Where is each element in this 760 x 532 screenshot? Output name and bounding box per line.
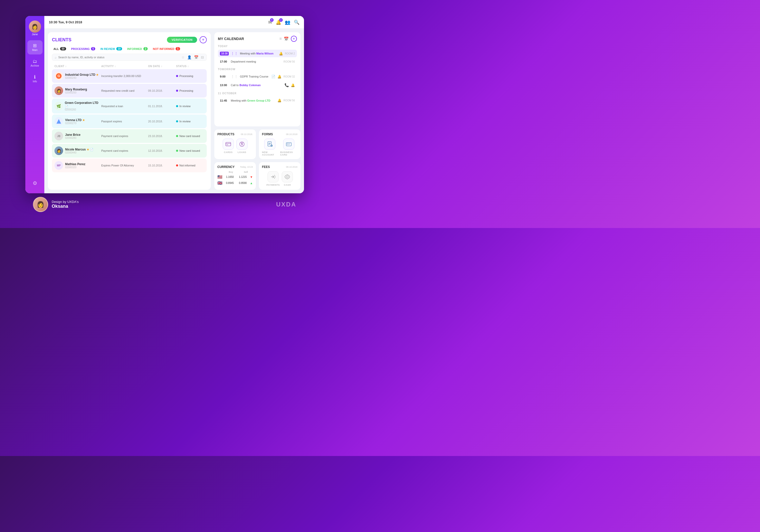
activity-text: Incoming transfer 2,000.00 USD bbox=[101, 74, 148, 77]
col-sell: Sell bbox=[239, 171, 253, 173]
avatar bbox=[55, 117, 63, 126]
client-info: MP Mathias Perez 02000320 bbox=[55, 161, 101, 170]
sidebar-nav: ⊞ Main 🗂 Archive ℹ Info bbox=[27, 40, 43, 180]
cards-icon-wrap bbox=[223, 139, 234, 150]
cal-room: ROOM 56 bbox=[283, 99, 295, 102]
form-business-card[interactable]: BUSINESS CARD bbox=[280, 139, 298, 156]
table-row[interactable]: 👩 Mary Roseberg 02000250 Requested new c… bbox=[52, 84, 207, 98]
search-button[interactable]: 🔍 bbox=[294, 20, 300, 25]
filter-all[interactable]: ALL 50 bbox=[52, 46, 68, 51]
client-name: Mary Roseberg bbox=[65, 88, 87, 91]
avatar: 👩 bbox=[29, 21, 41, 33]
header: 10:30 Tue, 9 Oct 2018 ✉ 5 🔔 2 👥 🔍 bbox=[44, 16, 304, 28]
sidebar-label-info: Info bbox=[33, 80, 37, 83]
users-button[interactable]: 👥 bbox=[285, 20, 290, 25]
designer-avatar: 👩 bbox=[33, 197, 48, 212]
client-info: Vienna LTD ★ 02000270 bbox=[55, 117, 101, 126]
status-dot bbox=[176, 165, 178, 167]
table-row[interactable]: 👩 Nicole Marcus ★ 📄 02000440 Payment car… bbox=[52, 144, 207, 158]
currency-row: 🇺🇸 1.1650 1.1215 ▼ bbox=[217, 174, 253, 179]
filter-processing[interactable]: PROCESSING 5 bbox=[70, 46, 97, 51]
sidebar-item-main[interactable]: ⊞ Main bbox=[27, 40, 43, 55]
avatar: MP bbox=[55, 161, 63, 170]
grid-view-icon[interactable]: 📅 bbox=[284, 36, 289, 41]
filter-not-informed[interactable]: NOT INFORMED 1 bbox=[151, 46, 182, 51]
date-text: 09.10.2018. bbox=[148, 89, 176, 92]
add-client-button[interactable]: + bbox=[200, 36, 207, 43]
doc-icon: 📄 bbox=[271, 75, 275, 78]
payments-label: PAYMENTS bbox=[266, 184, 280, 186]
form-new-account[interactable]: + NEW ACCOUNT bbox=[262, 139, 278, 156]
avatar: 👩 bbox=[55, 86, 63, 95]
cal-event[interactable]: 17:00 Department meeting ROOM 56 bbox=[218, 58, 297, 65]
table-row[interactable]: JB Jane Brice 02000280 Payment card expi… bbox=[52, 129, 207, 143]
header-datetime: 10:30 Tue, 9 Oct 2018 bbox=[49, 20, 268, 24]
filter-informed[interactable]: INFORMED 2 bbox=[126, 46, 149, 51]
add-event-button[interactable]: + bbox=[291, 36, 297, 42]
list-view-icon[interactable]: ≡ bbox=[279, 36, 282, 41]
status-dot bbox=[176, 150, 178, 152]
svg-rect-5 bbox=[226, 144, 228, 145]
client-name-wrap: Vienna LTD ★ 02000270 bbox=[65, 118, 85, 124]
settings-icon[interactable]: ⚙ bbox=[33, 180, 37, 186]
fee-cash[interactable]: CASH bbox=[282, 171, 293, 186]
cal-event[interactable]: 11:45 Meeting with Green Group LTD 🔔 ROO… bbox=[218, 97, 297, 104]
filter-icon[interactable]: ⊟ bbox=[201, 55, 204, 59]
client-name-wrap: Nicole Marcus ★ 📄 02000440 bbox=[65, 148, 93, 154]
filter-all-count: 50 bbox=[60, 47, 66, 50]
currency-card: CURRENCY Today, 10:23 Buy Sell 🇺🇸 1.1650… bbox=[214, 162, 256, 190]
verification-button[interactable]: VERIFICATION bbox=[167, 37, 197, 43]
filter-processing-label: PROCESSING bbox=[71, 47, 90, 50]
sidebar-item-info[interactable]: ℹ Info bbox=[27, 72, 43, 86]
client-info: G Industrial Group LTD ★ 02000240 bbox=[55, 72, 101, 80]
search-actions: ☆ 👤 📅 ⊟ bbox=[181, 55, 204, 59]
product-loans[interactable]: $ LOANS bbox=[236, 139, 248, 154]
search-input[interactable] bbox=[58, 56, 181, 59]
designer-by: Design by UXDA's bbox=[52, 200, 79, 204]
date-text: 15.10.2018. bbox=[148, 164, 176, 167]
cal-event-indicator: ⋮⋮ bbox=[231, 74, 238, 78]
star-filter-icon[interactable]: ☆ bbox=[181, 55, 185, 59]
client-name-wrap: Mary Roseberg 02000250 bbox=[65, 88, 87, 94]
user-filter-icon[interactable]: 👤 bbox=[187, 55, 192, 59]
cal-event[interactable]: 9:00 ⋮⋮ GDPR Training Course 📄 🔔 ROOM 32 bbox=[218, 73, 297, 80]
table-row[interactable]: MP Mathias Perez 02000320 Expires Power … bbox=[52, 159, 207, 172]
table-row[interactable]: 🌿 Green Corporation LTD 📄 02000260 Reque… bbox=[52, 99, 207, 114]
filter-review-label: IN REVIEW bbox=[100, 47, 115, 50]
notifications-button[interactable]: 🔔 2 bbox=[276, 20, 281, 25]
cal-event[interactable]: 13:00 Call to Bobby Coleman 📞 🔔 bbox=[218, 81, 297, 89]
currency-row: 🇬🇧 0.8945 0.8590 ▲ bbox=[217, 181, 253, 185]
client-name-wrap: Mathias Perez 02000320 bbox=[65, 163, 85, 169]
fee-payments[interactable]: PAYMENTS bbox=[266, 171, 280, 186]
currency-col-headers: Buy Sell bbox=[217, 171, 253, 173]
status-text: In review bbox=[179, 105, 191, 108]
cal-event-indicator: ⋮⋮ bbox=[231, 51, 238, 56]
cal-event[interactable]: 10:30 ⋮⋮ Meeting with Maria Wilson 🔔 ROO… bbox=[218, 50, 297, 57]
bell-icon: 🔔 bbox=[277, 99, 281, 102]
forms-card: FORMS 08.10.2018 bbox=[259, 129, 301, 159]
table-row[interactable]: Vienna LTD ★ 02000270 Passport expires 2… bbox=[52, 115, 207, 128]
mail-button[interactable]: ✉ 5 bbox=[268, 20, 272, 25]
svg-text:+: + bbox=[271, 145, 272, 147]
gbp-trend: ▲ bbox=[250, 181, 253, 185]
svg-rect-3 bbox=[226, 142, 231, 146]
filter-in-review[interactable]: IN REVIEW 10 bbox=[99, 46, 123, 51]
designer-info: 👩 Design by UXDA's Oksana bbox=[33, 197, 79, 212]
activity-text: Requested new credit card bbox=[101, 89, 148, 92]
status-text: In review bbox=[179, 120, 191, 123]
date-text: 23.10.2018. bbox=[148, 134, 176, 138]
sidebar-item-archive[interactable]: 🗂 Archive bbox=[27, 56, 43, 70]
calendar-filter-icon[interactable]: 📅 bbox=[194, 55, 198, 59]
business-card-icon bbox=[286, 141, 292, 147]
bell-icon: 🔔 bbox=[291, 83, 295, 87]
table-row[interactable]: G Industrial Group LTD ★ 02000240 Incomi… bbox=[52, 69, 207, 83]
usd-trend: ▼ bbox=[250, 175, 253, 179]
filter-all-label: ALL bbox=[53, 47, 59, 50]
client-name: Vienna LTD ★ bbox=[65, 118, 85, 122]
product-cards[interactable]: CARDS bbox=[223, 139, 234, 154]
avatar: G bbox=[55, 72, 63, 80]
loans-icon: $ bbox=[239, 141, 245, 147]
cal-icons: ≡ 📅 + bbox=[279, 36, 297, 42]
col-activity: ACTIVITY ↕ bbox=[101, 65, 148, 68]
client-id: 02000440 bbox=[65, 151, 93, 154]
